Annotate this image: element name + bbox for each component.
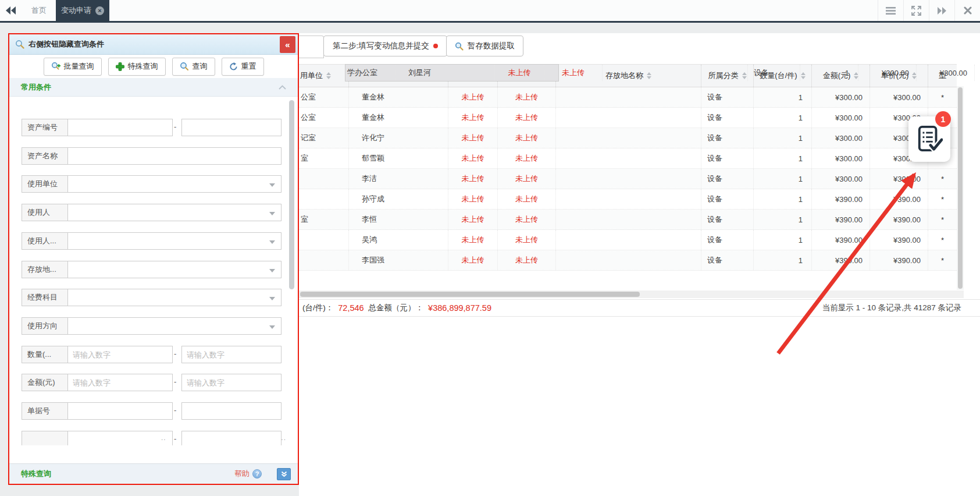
cell-price: ¥390.00 [869, 250, 928, 270]
cell-user: 董金林 [348, 87, 448, 107]
reset-button[interactable]: 重置 [222, 58, 264, 76]
field-select[interactable] [67, 204, 281, 221]
cell-user: 李国强 [348, 250, 448, 270]
vscroll-thumb[interactable] [958, 87, 963, 289]
field-input[interactable] [181, 402, 281, 420]
table-row[interactable]: 公室董金林未上传未上传设备1¥300.00¥300.00* [299, 108, 957, 128]
cell-user: 许化宁 [348, 128, 448, 148]
close-tab-icon[interactable]: × [95, 6, 104, 15]
field-select[interactable] [67, 261, 281, 278]
window-controls [878, 0, 980, 21]
close-window-icon[interactable] [954, 0, 980, 21]
range-dash: - [174, 349, 176, 358]
common-conditions-header[interactable]: 常用条件 [9, 78, 298, 97]
expand-section-button[interactable] [277, 468, 291, 480]
field-input[interactable] [67, 346, 173, 363]
total-amount-label: 总金额（元）： [369, 303, 424, 313]
collapse-panel-button[interactable]: « [280, 36, 295, 53]
cell-unit: 室 [299, 148, 348, 168]
field-input[interactable] [181, 374, 281, 391]
field-select[interactable] [67, 175, 281, 193]
field-select[interactable] [67, 289, 281, 306]
panel-scrollbar-thumb[interactable] [289, 100, 294, 289]
more-icon[interactable]: .. [161, 434, 166, 442]
query-panel-header: 右侧按钮隐藏查询条件 « [9, 34, 298, 55]
help-question-icon[interactable]: ? [252, 469, 262, 479]
table-row[interactable]: 李国强未上传未上传设备1¥390.00¥390.00* [299, 250, 957, 271]
field-label [22, 431, 68, 445]
query-label: 查询 [193, 61, 208, 72]
step1-tab-partial[interactable] [299, 36, 324, 58]
query-button[interactable]: 查询 [172, 58, 215, 76]
query-conditions-panel: 右侧按钮隐藏查询条件 « 批量查询 特殊查询 查询 重置 常用条件 [8, 33, 299, 485]
special-query-button[interactable]: 特殊查询 [108, 58, 166, 76]
cell-qty: 1 [753, 250, 811, 270]
cell-user: 郁雪颖 [348, 148, 448, 168]
form-field-row: 单据号- [22, 402, 293, 420]
temp-data-extract-button[interactable]: 暂存数据提取 [446, 36, 523, 56]
more-icon[interactable]: .. [281, 434, 286, 442]
fullscreen-icon[interactable] [903, 0, 929, 21]
tab-bar: 首页 变动申请 × [0, 0, 980, 23]
tab-change-request[interactable]: 变动申请 × [56, 0, 109, 21]
cell-model: * [928, 230, 957, 250]
form-field-row: 使用方向 [22, 317, 293, 335]
cell-qty: 1 [753, 128, 811, 148]
range-dash: - [174, 122, 176, 131]
cell-invoice: 未上传 [497, 87, 555, 107]
field-input[interactable] [67, 402, 173, 420]
field-select[interactable] [67, 317, 281, 335]
table-row[interactable]: 公室董金林未上传未上传设备1¥300.00¥300.00* [299, 87, 957, 108]
form-field-row: 使用人... [22, 232, 293, 250]
table-row[interactable]: 李洁未上传未上传设备1¥300.00¥300.00* [299, 169, 957, 189]
table-horizontal-scrollbar[interactable] [299, 290, 964, 298]
records-range-text: 当前显示 1 - 10 条记录,共 41287 条记录 [822, 303, 980, 313]
cell-amount: ¥300.00 [811, 108, 869, 127]
field-input[interactable] [181, 431, 281, 445]
field-input[interactable] [67, 119, 173, 136]
total-count-label: (台/件)： [302, 303, 333, 313]
field-input[interactable] [67, 147, 281, 165]
cell-location [555, 108, 701, 127]
range-dash: - [174, 377, 176, 386]
green-plus-icon [116, 62, 124, 71]
search-icon [180, 62, 189, 71]
field-label: 金额(元) [22, 374, 68, 391]
field-input[interactable] [67, 431, 173, 445]
step2-submit-button[interactable]: 第二步:填写变动信息并提交 [323, 36, 447, 56]
form-field-row: -.... [22, 431, 293, 445]
field-input[interactable] [67, 374, 173, 391]
table-row[interactable]: 记室许化宁未上传未上传设备1¥300.00¥300.00* [299, 128, 957, 148]
menu-icon[interactable] [878, 0, 903, 21]
cell-amount: ¥300.00 [811, 148, 869, 168]
forward-icon[interactable] [929, 0, 954, 21]
cell-photo: 未上传 [494, 65, 544, 81]
table-row[interactable]: 学办公室刘星河未上传未上传设备1¥300.00¥300.00* [345, 64, 559, 82]
cell-qty: 1 [753, 87, 811, 107]
table-row[interactable]: 室郁雪颖未上传未上传设备1¥300.00¥300.00* [299, 148, 957, 169]
chevron-down-icon [269, 297, 275, 300]
column-header[interactable]: 用单位 [299, 65, 348, 87]
table-row[interactable]: 室李恒未上传未上传设备1¥390.00¥390.00* [299, 210, 957, 230]
tab-home[interactable]: 首页 [22, 0, 56, 21]
batch-query-button[interactable]: 批量查询 [44, 58, 102, 76]
field-select[interactable] [67, 232, 281, 250]
chevron-down-icon [269, 269, 275, 272]
asset-table-panel: 第二步:填写变动信息并提交 暂存数据提取 用单位使用人实物图片发票、清单存放地名… [299, 33, 980, 496]
field-input[interactable] [181, 119, 281, 136]
table-vertical-scrollbar[interactable] [957, 86, 964, 290]
query-panel-title: 右侧按钮隐藏查询条件 [28, 39, 104, 49]
table-row[interactable]: 孙守成未上传未上传设备1¥390.00¥390.00* [299, 189, 957, 210]
field-input[interactable] [181, 346, 281, 363]
cell-price: ¥300.00 [916, 65, 974, 81]
rewind-tabs-icon[interactable] [6, 0, 16, 21]
hscroll-thumb[interactable] [300, 292, 640, 297]
cell-qty: 1 [753, 108, 811, 127]
form-field-row: 使用单位 [22, 175, 293, 193]
help-link[interactable]: 帮助 [234, 469, 250, 479]
table-row[interactable]: 吴鸿未上传未上传设备1¥390.00¥390.00* [299, 230, 957, 250]
chevron-down-icon [269, 183, 275, 187]
badge-count: 1 [935, 111, 951, 127]
cell-category: 设备 [701, 148, 753, 168]
field-label: 数量(... [22, 346, 68, 363]
